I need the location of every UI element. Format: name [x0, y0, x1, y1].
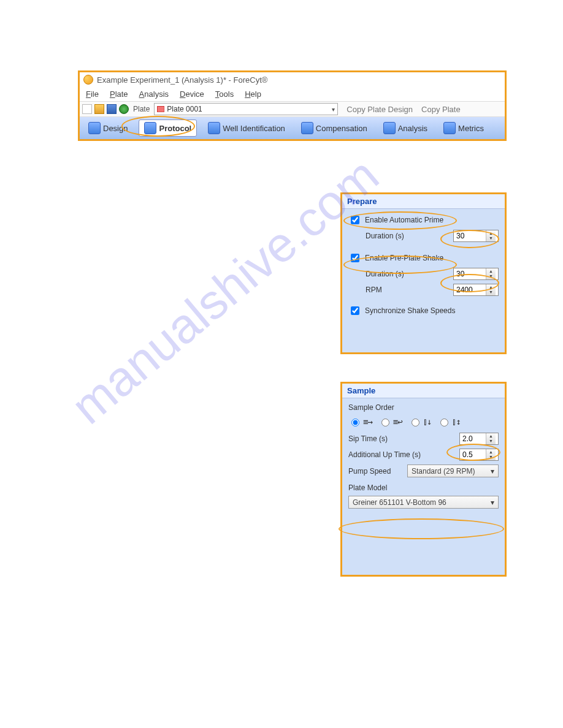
tab-design[interactable]: Design	[83, 120, 132, 136]
sample-order-label: Sample Order	[348, 403, 394, 412]
menu-help[interactable]: Help	[245, 89, 261, 99]
chevron-down-icon: ▾	[491, 498, 494, 507]
sync-label: Synchronize Shake Speeds	[365, 306, 455, 315]
shake-duration-input[interactable]	[454, 268, 486, 279]
tab-protocol[interactable]: Protocol	[139, 119, 197, 137]
new-icon[interactable]	[82, 104, 92, 114]
pump-speed-select[interactable]: Standard (29 RPM) ▾	[407, 464, 499, 477]
plate-combo[interactable]: Plate 0001 ▾	[154, 103, 338, 115]
prime-duration-spinner[interactable]: ▲▼	[453, 230, 499, 242]
plate-model-label: Plate Model	[348, 483, 387, 492]
toolbar: Plate Plate 0001 ▾ Copy Plate Design Cop…	[80, 101, 505, 117]
nav-tabs: Design Protocol Well Identification Comp…	[80, 117, 505, 139]
sample-panel: Sample Sample Order ≡→ ≡↩ ⫿↓ ⫿↕ Sip Time…	[340, 382, 507, 577]
pre-shake-label: Enable Pre-Plate Shake	[365, 254, 443, 262]
addl-up-input[interactable]	[460, 449, 486, 460]
order-opt-1[interactable]: ≡→	[348, 417, 372, 427]
window-title: Example Experiment_1 (Analysis 1)* - For…	[97, 75, 267, 85]
menu-bar: File Plate Analysis Device Tools Help	[80, 87, 505, 101]
order-horizontal-icon: ≡→	[363, 417, 372, 427]
auto-prime-checkbox[interactable]: Enable Automatic Prime	[348, 214, 443, 226]
prime-duration-label: Duration (s)	[366, 232, 417, 240]
plate-model-value: Greiner 651101 V-Bottom 96	[353, 498, 446, 507]
plate-grid-icon	[157, 106, 164, 112]
prepare-panel: Prepare Enable Automatic Prime Duration …	[340, 192, 507, 354]
publish-icon[interactable]	[119, 104, 129, 114]
menu-device[interactable]: Device	[180, 89, 204, 99]
pump-speed-label: Pump Speed	[348, 467, 404, 476]
spinner-buttons-icon[interactable]: ▲▼	[486, 433, 496, 444]
sip-time-label: Sip Time (s)	[348, 434, 422, 443]
tab-well-id-label: Well Identification	[223, 124, 285, 133]
spinner-buttons-icon[interactable]: ▲▼	[486, 449, 496, 460]
sip-time-spinner[interactable]: ▲▼	[459, 433, 499, 445]
tab-compensation-label: Compensation	[316, 124, 367, 133]
sip-time-input[interactable]	[460, 433, 486, 444]
compensation-icon	[301, 122, 313, 134]
open-icon[interactable]	[94, 104, 104, 114]
menu-plate[interactable]: Plate	[110, 89, 128, 99]
title-bar: Example Experiment_1 (Analysis 1)* - For…	[80, 72, 505, 87]
sample-order-radios: ≡→ ≡↩ ⫿↓ ⫿↕	[348, 417, 499, 427]
order-serpentine-h-icon: ≡↩	[393, 417, 402, 427]
pre-shake-input[interactable]	[351, 254, 359, 262]
app-window: Example Experiment_1 (Analysis 1)* - For…	[78, 70, 507, 141]
rpm-label: RPM	[366, 286, 417, 294]
auto-prime-input[interactable]	[351, 216, 359, 224]
tab-protocol-label: Protocol	[159, 124, 191, 133]
shake-duration-label: Duration (s)	[366, 270, 417, 278]
spinner-buttons-icon[interactable]: ▲▼	[486, 268, 496, 279]
addl-up-label: Additional Up Time (s)	[348, 450, 422, 459]
rpm-spinner[interactable]: ▲▼	[453, 284, 499, 296]
tab-analysis-label: Analysis	[398, 124, 427, 133]
order-opt-2[interactable]: ≡↩	[378, 417, 402, 427]
sync-checkbox[interactable]: Synchronize Shake Speeds	[348, 305, 455, 317]
prepare-title: Prepare	[342, 194, 505, 209]
tab-metrics[interactable]: Metrics	[439, 120, 489, 136]
menu-file[interactable]: File	[86, 89, 99, 99]
addl-up-spinner[interactable]: ▲▼	[459, 449, 499, 461]
order-serpentine-v-icon: ⫿↕	[452, 417, 460, 427]
hl-plate-model	[339, 518, 504, 539]
menu-analysis[interactable]: Analysis	[139, 89, 169, 99]
auto-prime-label: Enable Automatic Prime	[365, 216, 443, 224]
design-icon	[88, 122, 101, 134]
well-id-icon	[208, 122, 220, 134]
order-opt-4[interactable]: ⫿↕	[437, 417, 460, 427]
tab-well-id[interactable]: Well Identification	[203, 120, 290, 136]
rpm-input[interactable]	[454, 284, 486, 295]
analysis-icon	[383, 122, 396, 134]
order-opt-3[interactable]: ⫿↓	[408, 417, 431, 427]
spinner-buttons-icon[interactable]: ▲▼	[486, 230, 496, 241]
sync-input[interactable]	[351, 306, 359, 315]
spinner-buttons-icon[interactable]: ▲▼	[486, 284, 496, 295]
tab-analysis[interactable]: Analysis	[378, 120, 432, 136]
app-icon	[83, 75, 93, 85]
pump-speed-value: Standard (29 RPM)	[412, 467, 475, 476]
protocol-icon	[144, 122, 156, 134]
copy-plate-link[interactable]: Copy Plate	[421, 105, 461, 114]
tab-metrics-label: Metrics	[458, 124, 484, 133]
tab-design-label: Design	[103, 124, 128, 133]
shake-duration-spinner[interactable]: ▲▼	[453, 268, 499, 280]
plate-label: Plate	[133, 105, 150, 113]
pre-shake-checkbox[interactable]: Enable Pre-Plate Shake	[348, 252, 443, 264]
sample-title: Sample	[342, 384, 505, 398]
plate-model-select[interactable]: Greiner 651101 V-Bottom 96 ▾	[348, 496, 499, 509]
chevron-down-icon: ▾	[491, 467, 494, 476]
copy-plate-design-link[interactable]: Copy Plate Design	[347, 105, 413, 114]
plate-combo-value: Plate 0001	[167, 105, 202, 113]
tab-compensation[interactable]: Compensation	[296, 120, 372, 136]
menu-tools[interactable]: Tools	[215, 89, 234, 99]
prime-duration-input[interactable]	[454, 230, 486, 241]
chevron-down-icon: ▾	[332, 106, 335, 113]
order-vertical-icon: ⫿↓	[423, 417, 431, 427]
metrics-icon	[443, 122, 456, 134]
save-icon[interactable]	[107, 104, 117, 114]
